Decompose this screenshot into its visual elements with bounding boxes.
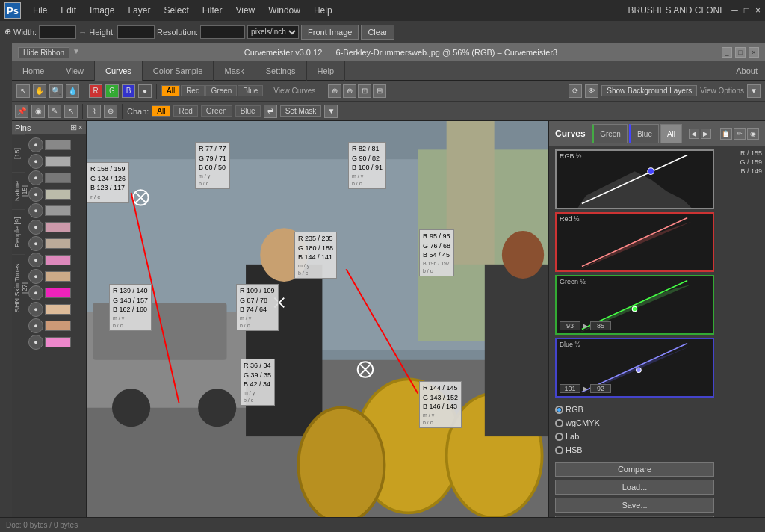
curve-red-chart[interactable]: Red ½ [555, 212, 714, 272]
tab-settings[interactable]: Settings [255, 61, 307, 81]
zoom-actual-icon[interactable]: ⊟ [373, 84, 386, 98]
tab-home[interactable]: Home [12, 61, 55, 81]
color-icon3[interactable]: B [122, 84, 135, 98]
curves-prev-btn[interactable]: ◀ [689, 129, 699, 139]
pin-button-13[interactable]: ● [28, 335, 43, 350]
color-icon1[interactable]: R [89, 84, 102, 98]
menu-help[interactable]: Help [308, 4, 338, 17]
clone-tool[interactable]: ⊛ [104, 105, 117, 118]
pin-swatch-2[interactable] [45, 156, 71, 167]
zoom-in-icon[interactable]: ⊕ [328, 84, 341, 98]
pin-swatch-9[interactable] [45, 271, 71, 282]
sync-icon[interactable]: ⟳ [569, 84, 582, 98]
mode-rgb[interactable]: RGB [555, 405, 714, 414]
pin-icon[interactable]: 📌 [15, 105, 28, 118]
channel-all[interactable]: All [161, 85, 180, 96]
pin-swatch-13[interactable] [45, 337, 71, 347]
pin-swatch-12[interactable] [45, 321, 71, 331]
arrow-tool[interactable]: ↖ [16, 84, 30, 98]
channel-green[interactable]: Green [205, 85, 237, 96]
resolution-unit-select[interactable]: pixels/inch [247, 25, 299, 39]
mode-lab[interactable]: Lab [555, 432, 714, 441]
clear-button[interactable]: Clear [361, 25, 394, 40]
zoom-fit-icon[interactable]: ⊡ [358, 84, 371, 98]
curves-tab-blue[interactable]: Blue [629, 124, 659, 143]
pin-swatch-3[interactable] [45, 173, 71, 183]
channel-blue[interactable]: Blue [238, 85, 263, 96]
green-in-input[interactable] [560, 321, 580, 330]
menu-file[interactable]: File [27, 4, 53, 17]
select-tool[interactable]: ↖ [64, 105, 78, 118]
eye-icon[interactable]: 👁 [585, 84, 598, 98]
tab-mask[interactable]: Mask [214, 61, 255, 81]
pin-button-12[interactable]: ● [28, 318, 43, 333]
channel-red[interactable]: Red [181, 85, 205, 96]
hand-tool[interactable]: ✋ [33, 84, 46, 98]
pin-button-6[interactable]: ● [28, 220, 43, 235]
tab-view[interactable]: View [55, 61, 95, 81]
zoom-tool[interactable]: 🔍 [49, 84, 63, 98]
curve-green-chart[interactable]: Green ½ ▶ [555, 275, 714, 335]
pin-button-4[interactable]: ● [28, 187, 43, 202]
window-close[interactable]: × [755, 5, 761, 16]
set-mask-button[interactable]: Set Mask [280, 105, 322, 117]
pin-swatch-11[interactable] [45, 304, 71, 315]
pin-swatch-1[interactable] [45, 140, 71, 150]
menu-view[interactable]: View [229, 4, 261, 17]
hide-ribbon-button[interactable]: Hide Ribbon [18, 47, 69, 58]
pin-button-9[interactable]: ● [28, 269, 43, 284]
window-maximize[interactable]: □ [744, 5, 749, 16]
blue-in-input[interactable] [560, 384, 580, 393]
green-out-input[interactable] [590, 321, 611, 330]
chan-red-btn[interactable]: Red [173, 105, 197, 117]
show-bg-layers-button[interactable]: Show Background Layers [601, 85, 697, 96]
pin-button-10[interactable]: ● [28, 285, 43, 300]
pin-swatch-8[interactable] [45, 255, 71, 265]
color-icon4[interactable]: ● [138, 84, 152, 98]
compare-button[interactable]: Compare [555, 462, 714, 477]
window-minimize[interactable]: ─ [731, 5, 738, 16]
curves-tab-green[interactable]: Green [592, 124, 628, 143]
tab-curves[interactable]: Curves [95, 61, 143, 81]
curves-icon-2[interactable]: ✏ [734, 128, 746, 140]
pin-button-7[interactable]: ● [28, 236, 43, 251]
pins-icon-1[interactable]: ⊞ [70, 123, 77, 132]
pin-swatch-10[interactable] [45, 288, 71, 298]
chan-all-btn[interactable]: All [152, 105, 170, 117]
plugin-close[interactable]: × [749, 47, 759, 58]
pin-swatch-5[interactable] [45, 205, 71, 216]
curves-next-btn[interactable]: ▶ [701, 129, 711, 139]
menu-edit[interactable]: Edit [55, 4, 82, 17]
zoom-out-icon[interactable]: ⊖ [343, 84, 356, 98]
mode-wgcmyk[interactable]: wgCMYK [555, 418, 714, 427]
eyedropper-tool[interactable]: 💧 [66, 84, 79, 98]
width-input[interactable] [39, 25, 76, 39]
chan-green-btn[interactable]: Green [201, 105, 232, 117]
menu-select[interactable]: Select [158, 4, 194, 17]
plugin-maximize[interactable]: □ [735, 47, 746, 58]
pin-button-11[interactable]: ● [28, 302, 43, 317]
mode-hsb[interactable]: HSB [555, 445, 714, 454]
menu-filter[interactable]: Filter [196, 4, 229, 17]
about-link[interactable]: About [728, 66, 765, 75]
pin-button-2[interactable]: ● [28, 154, 43, 169]
save-button[interactable]: Save... [555, 498, 714, 513]
load-button[interactable]: Load... [555, 480, 714, 495]
set-mask-expand[interactable]: ▼ [324, 105, 338, 118]
pin-swatch-6[interactable] [45, 222, 71, 232]
ribbon-arrow[interactable]: ▼ [72, 47, 80, 58]
front-image-button[interactable]: Front Image [301, 25, 359, 40]
curve-rgb-chart[interactable]: RGB ½ [555, 149, 714, 209]
curves-icon-3[interactable]: ◉ [747, 128, 759, 140]
plugin-minimize[interactable]: _ [722, 47, 732, 58]
chan-blue-btn[interactable]: Blue [235, 105, 261, 117]
curves-tab-all[interactable]: All [660, 124, 682, 143]
curve-blue-chart[interactable]: Blue ½ ▶ [555, 338, 714, 398]
pin-button-8[interactable]: ● [28, 253, 43, 267]
pin-eye-icon[interactable]: ◉ [31, 105, 45, 118]
lasso-tool[interactable]: ⌇ [87, 105, 101, 118]
pin-button-1[interactable]: ● [28, 137, 43, 152]
chan-expand-icon[interactable]: ⇄ [264, 105, 277, 118]
menu-window[interactable]: Window [262, 4, 306, 17]
brush-tool[interactable]: ✎ [48, 105, 61, 118]
